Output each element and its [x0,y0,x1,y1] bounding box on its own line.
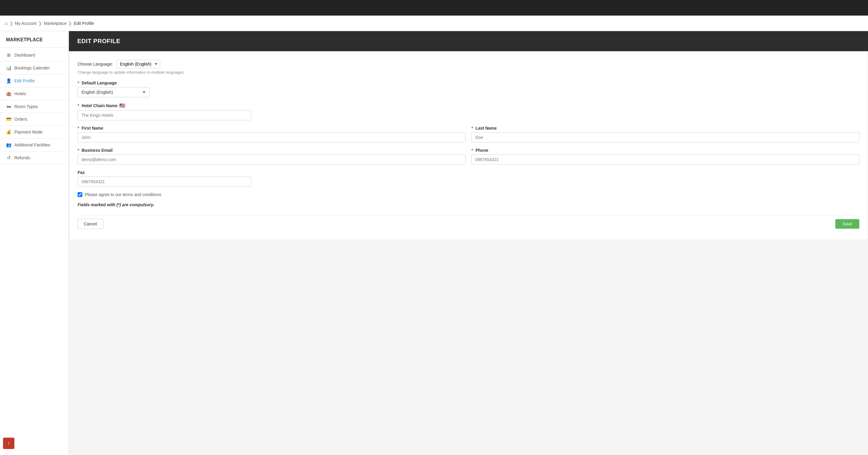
facilities-icon: 👥 [6,142,11,148]
default-language-label: * Default Language [78,80,150,85]
sidebar-item-label: Payment Mode [14,130,42,134]
layout: MARKETPLACE ⊞ Dashboard 📊 Bookings Calen… [0,31,868,455]
language-hint: Change language to update information in… [78,70,859,74]
first-name-group: * First Name [78,126,465,142]
sidebar-item-edit-profile[interactable]: 👤 Edit Profile [0,74,69,88]
last-name-label: * Last Name [471,126,859,131]
sidebar-item-hotels[interactable]: 🏨 Hotels [0,88,69,100]
home-icon: ⌂ [5,21,8,26]
sidebar-item-payment-mode[interactable]: 💰 Payment Mode [0,126,69,139]
fax-group: Fax [78,170,251,187]
breadcrumb-my-account[interactable]: My Account [15,21,36,26]
business-email-group: * Business Email [78,148,465,165]
sidebar-item-bookings-calender[interactable]: 📊 Bookings Calender [0,62,69,74]
breadcrumb-sep-3: ❯ [68,21,72,26]
payment-icon: 💰 [6,129,11,135]
sidebar-title: MARKETPLACE [0,37,69,47]
scroll-up-button[interactable]: ↑ [3,437,14,449]
refunds-icon: ↺ [6,155,11,160]
terms-checkbox-row: Please agree to our terms and conditions [78,192,859,197]
language-select[interactable]: English (English) [117,60,160,68]
required-star: * [78,80,79,85]
sidebar-item-label: Orders [14,117,27,122]
terms-label[interactable]: Please agree to our terms and conditions [85,192,161,197]
sidebar-item-dashboard[interactable]: ⊞ Dashboard [0,49,69,62]
phone-input[interactable] [471,155,859,165]
bed-icon: 🛏 [6,104,11,109]
dashboard-icon: ⊞ [6,53,11,58]
hotel-chain-name-input[interactable] [78,110,251,120]
sidebar-item-refunds[interactable]: ↺ Refunds [0,152,69,164]
action-row: Cancel Save [78,216,859,229]
sidebar-item-label: Refunds [14,155,30,160]
hotel-chain-name-group: * Hotel Chain Name 🇺🇸 [78,103,251,120]
sidebar-item-room-types[interactable]: 🛏 Room Types [0,100,69,113]
sidebar-item-additional-facilities[interactable]: 👥 Additional Facilities [0,139,69,152]
last-name-group: * Last Name [471,126,859,142]
chart-icon: 📊 [6,65,11,71]
cancel-button[interactable]: Cancel [78,219,103,229]
fax-label: Fax [78,170,251,175]
breadcrumb-edit-profile: Edit Profile [74,21,94,26]
sidebar-item-label: Bookings Calender [14,66,50,70]
fax-input[interactable] [78,176,251,187]
sidebar-item-label: Room Types [14,104,38,109]
compulsory-note: Fields marked with (*) are compulsory. [78,202,859,207]
form-container: Choose Language: English (English) Chang… [69,51,868,240]
default-language-select[interactable]: English (English) [78,87,150,97]
page-header: EDIT PROFILE [69,31,868,51]
phone-label: * Phone [471,148,859,153]
last-name-input[interactable] [471,132,859,142]
sidebar-item-label: Additional Facilities [14,142,50,147]
sidebar: MARKETPLACE ⊞ Dashboard 📊 Bookings Calen… [0,31,69,455]
required-star-phone: * [471,148,473,153]
sidebar-item-label: Edit Profile [14,78,35,83]
breadcrumb-home[interactable]: ⌂ [5,21,8,26]
hotel-chain-name-label: * Hotel Chain Name 🇺🇸 [78,103,251,108]
hotel-icon: 🏨 [6,91,11,96]
choose-language-label: Choose Language: [78,62,113,66]
required-star-last: * [471,126,473,131]
email-phone-row: * Business Email * Phone [78,148,859,170]
language-chooser-row: Choose Language: English (English) [78,60,859,68]
sidebar-item-orders[interactable]: 💳 Orders [0,113,69,126]
first-name-label: * First Name [78,126,465,131]
required-star-email: * [78,148,79,153]
sidebar-item-label: Hotels [14,91,26,96]
person-icon: 👤 [6,78,11,84]
breadcrumb-sep-1: ❯ [9,21,13,26]
business-email-input[interactable] [78,155,465,165]
default-language-group: * Default Language English (English) [78,80,150,97]
breadcrumb-sep-2: ❯ [38,21,42,26]
arrow-up-icon: ↑ [7,440,10,447]
terms-checkbox[interactable] [78,192,82,197]
sidebar-item-label: Dashboard [14,53,35,58]
save-button[interactable]: Save [835,219,859,229]
business-email-label: * Business Email [78,148,465,153]
phone-group: * Phone [471,148,859,165]
name-row: * First Name * Last Name [78,126,859,148]
orders-icon: 💳 [6,117,11,122]
flag-icon: 🇺🇸 [119,103,125,108]
breadcrumb-marketplace[interactable]: Marketplace [44,21,66,26]
topbar [0,0,868,15]
breadcrumb: ⌂ ❯ My Account ❯ Marketplace ❯ Edit Prof… [0,15,868,31]
first-name-input[interactable] [78,132,465,142]
required-star-hotel: * [78,103,79,108]
main-content: EDIT PROFILE Choose Language: English (E… [69,31,868,455]
required-star-first: * [78,126,79,131]
